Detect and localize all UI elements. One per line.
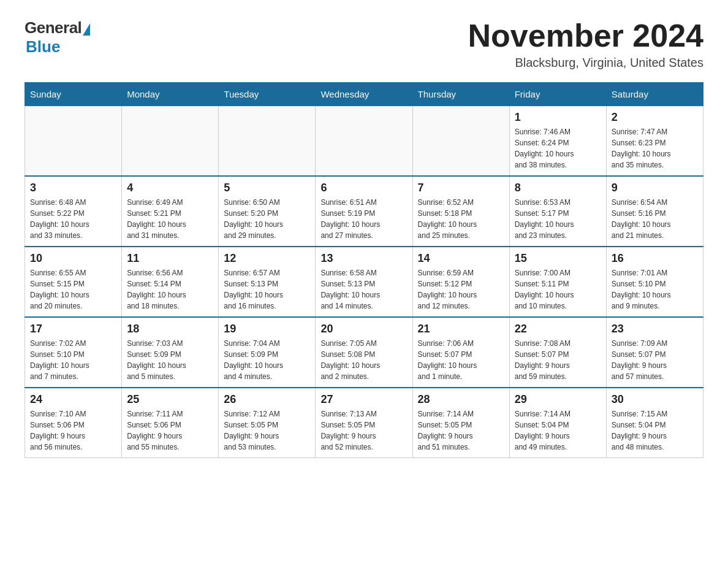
day-info: Sunrise: 6:58 AM Sunset: 5:13 PM Dayligh…	[320, 267, 407, 312]
day-number: 13	[320, 252, 407, 265]
table-row: 11Sunrise: 6:56 AM Sunset: 5:14 PM Dayli…	[122, 247, 219, 317]
table-row: 10Sunrise: 6:55 AM Sunset: 5:15 PM Dayli…	[25, 247, 122, 317]
day-number: 18	[127, 323, 213, 335]
day-info: Sunrise: 7:13 AM Sunset: 5:05 PM Dayligh…	[320, 408, 407, 453]
table-row: 18Sunrise: 7:03 AM Sunset: 5:09 PM Dayli…	[122, 317, 219, 388]
calendar-body: 1Sunrise: 7:46 AM Sunset: 6:24 PM Daylig…	[25, 106, 703, 458]
header-saturday: Saturday	[606, 83, 703, 106]
day-number: 27	[320, 393, 407, 406]
logo-general-text: General	[25, 18, 82, 37]
header-wednesday: Wednesday	[316, 83, 412, 106]
day-number: 25	[127, 393, 213, 406]
table-row: 1Sunrise: 7:46 AM Sunset: 6:24 PM Daylig…	[509, 106, 606, 177]
day-number: 21	[418, 323, 504, 335]
table-row: 17Sunrise: 7:02 AM Sunset: 5:10 PM Dayli…	[25, 317, 122, 388]
table-row: 6Sunrise: 6:51 AM Sunset: 5:19 PM Daylig…	[316, 176, 412, 247]
table-row: 19Sunrise: 7:04 AM Sunset: 5:09 PM Dayli…	[219, 317, 316, 388]
table-row: 21Sunrise: 7:06 AM Sunset: 5:07 PM Dayli…	[412, 317, 509, 388]
day-info: Sunrise: 6:50 AM Sunset: 5:20 PM Dayligh…	[224, 197, 310, 241]
header-row: Sunday Monday Tuesday Wednesday Thursday…	[25, 83, 703, 106]
day-info: Sunrise: 7:46 AM Sunset: 6:24 PM Dayligh…	[515, 126, 601, 170]
day-number: 7	[418, 182, 504, 194]
day-number: 2	[612, 111, 698, 124]
day-info: Sunrise: 6:48 AM Sunset: 5:22 PM Dayligh…	[30, 197, 116, 241]
day-info: Sunrise: 6:52 AM Sunset: 5:18 PM Dayligh…	[418, 197, 504, 241]
calendar-row: 17Sunrise: 7:02 AM Sunset: 5:10 PM Dayli…	[25, 317, 703, 388]
day-number: 4	[127, 182, 213, 194]
day-number: 8	[515, 182, 601, 194]
table-row: 23Sunrise: 7:09 AM Sunset: 5:07 PM Dayli…	[606, 317, 703, 388]
header-tuesday: Tuesday	[219, 83, 316, 106]
logo-triangle-icon	[83, 23, 90, 36]
header-sunday: Sunday	[25, 83, 122, 106]
logo: General Blue	[25, 18, 90, 56]
day-info: Sunrise: 7:06 AM Sunset: 5:07 PM Dayligh…	[418, 338, 504, 382]
calendar-row: 10Sunrise: 6:55 AM Sunset: 5:15 PM Dayli…	[25, 247, 703, 317]
table-row: 24Sunrise: 7:10 AM Sunset: 5:06 PM Dayli…	[25, 388, 122, 458]
day-number: 15	[515, 252, 601, 265]
day-info: Sunrise: 7:10 AM Sunset: 5:06 PM Dayligh…	[30, 408, 116, 453]
calendar-header: Sunday Monday Tuesday Wednesday Thursday…	[25, 83, 703, 106]
table-row	[412, 106, 509, 177]
calendar-table: Sunday Monday Tuesday Wednesday Thursday…	[25, 82, 703, 458]
day-info: Sunrise: 7:11 AM Sunset: 5:06 PM Dayligh…	[127, 408, 213, 453]
header-friday: Friday	[509, 83, 606, 106]
table-row: 30Sunrise: 7:15 AM Sunset: 5:04 PM Dayli…	[606, 388, 703, 458]
day-number: 6	[320, 182, 407, 194]
day-number: 11	[127, 252, 213, 265]
day-number: 10	[30, 252, 116, 265]
table-row: 26Sunrise: 7:12 AM Sunset: 5:05 PM Dayli…	[219, 388, 316, 458]
title-area: November 2024 Blacksburg, Virginia, Unit…	[468, 18, 703, 70]
location-subtitle: Blacksburg, Virginia, United States	[468, 56, 703, 70]
table-row	[219, 106, 316, 177]
day-info: Sunrise: 7:08 AM Sunset: 5:07 PM Dayligh…	[515, 338, 601, 382]
table-row: 20Sunrise: 7:05 AM Sunset: 5:08 PM Dayli…	[316, 317, 412, 388]
table-row: 14Sunrise: 6:59 AM Sunset: 5:12 PM Dayli…	[412, 247, 509, 317]
table-row: 27Sunrise: 7:13 AM Sunset: 5:05 PM Dayli…	[316, 388, 412, 458]
table-row: 8Sunrise: 6:53 AM Sunset: 5:17 PM Daylig…	[509, 176, 606, 247]
day-info: Sunrise: 6:56 AM Sunset: 5:14 PM Dayligh…	[127, 267, 213, 312]
logo-blue-text: Blue	[26, 37, 60, 56]
day-number: 24	[30, 393, 116, 406]
table-row: 15Sunrise: 7:00 AM Sunset: 5:11 PM Dayli…	[509, 247, 606, 317]
day-info: Sunrise: 7:03 AM Sunset: 5:09 PM Dayligh…	[127, 338, 213, 382]
day-info: Sunrise: 7:02 AM Sunset: 5:10 PM Dayligh…	[30, 338, 116, 382]
day-number: 28	[418, 393, 504, 406]
table-row: 9Sunrise: 6:54 AM Sunset: 5:16 PM Daylig…	[606, 176, 703, 247]
table-row: 4Sunrise: 6:49 AM Sunset: 5:21 PM Daylig…	[122, 176, 219, 247]
day-info: Sunrise: 7:15 AM Sunset: 5:04 PM Dayligh…	[612, 408, 698, 453]
day-info: Sunrise: 7:12 AM Sunset: 5:05 PM Dayligh…	[224, 408, 310, 453]
day-info: Sunrise: 7:09 AM Sunset: 5:07 PM Dayligh…	[612, 338, 698, 382]
table-row: 7Sunrise: 6:52 AM Sunset: 5:18 PM Daylig…	[412, 176, 509, 247]
day-number: 26	[224, 393, 310, 406]
day-number: 5	[224, 182, 310, 194]
day-info: Sunrise: 6:53 AM Sunset: 5:17 PM Dayligh…	[515, 197, 601, 241]
table-row	[25, 106, 122, 177]
day-number: 23	[612, 323, 698, 335]
day-info: Sunrise: 6:49 AM Sunset: 5:21 PM Dayligh…	[127, 197, 213, 241]
day-info: Sunrise: 7:01 AM Sunset: 5:10 PM Dayligh…	[612, 267, 698, 312]
day-info: Sunrise: 7:05 AM Sunset: 5:08 PM Dayligh…	[320, 338, 407, 382]
day-info: Sunrise: 6:54 AM Sunset: 5:16 PM Dayligh…	[612, 197, 698, 241]
day-number: 12	[224, 252, 310, 265]
day-number: 22	[515, 323, 601, 335]
table-row: 5Sunrise: 6:50 AM Sunset: 5:20 PM Daylig…	[219, 176, 316, 247]
table-row: 2Sunrise: 7:47 AM Sunset: 6:23 PM Daylig…	[606, 106, 703, 177]
table-row: 22Sunrise: 7:08 AM Sunset: 5:07 PM Dayli…	[509, 317, 606, 388]
day-number: 16	[612, 252, 698, 265]
day-number: 20	[320, 323, 407, 335]
day-info: Sunrise: 7:14 AM Sunset: 5:05 PM Dayligh…	[418, 408, 504, 453]
table-row: 25Sunrise: 7:11 AM Sunset: 5:06 PM Dayli…	[122, 388, 219, 458]
table-row: 29Sunrise: 7:14 AM Sunset: 5:04 PM Dayli…	[509, 388, 606, 458]
day-number: 9	[612, 182, 698, 194]
header-thursday: Thursday	[412, 83, 509, 106]
day-info: Sunrise: 6:51 AM Sunset: 5:19 PM Dayligh…	[320, 197, 407, 241]
day-number: 19	[224, 323, 310, 335]
day-number: 3	[30, 182, 116, 194]
table-row: 13Sunrise: 6:58 AM Sunset: 5:13 PM Dayli…	[316, 247, 412, 317]
table-row: 16Sunrise: 7:01 AM Sunset: 5:10 PM Dayli…	[606, 247, 703, 317]
day-number: 14	[418, 252, 504, 265]
day-number: 17	[30, 323, 116, 335]
table-row	[122, 106, 219, 177]
table-row	[316, 106, 412, 177]
